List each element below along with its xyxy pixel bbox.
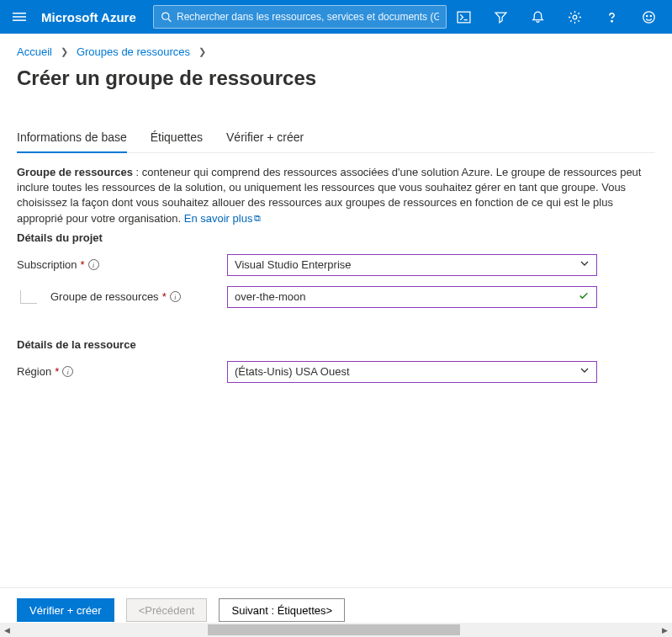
resource-group-value: over-the-moon xyxy=(235,290,306,303)
svg-point-3 xyxy=(161,13,168,19)
resource-group-label: Groupe de ressources xyxy=(50,290,159,303)
directory-filter-icon[interactable] xyxy=(484,0,517,34)
info-icon[interactable]: i xyxy=(170,291,181,302)
breadcrumb-resource-groups[interactable]: Groupes de ressources xyxy=(77,45,190,58)
subscription-select[interactable]: Visual Studio Enterprise xyxy=(227,254,597,276)
tab-tags[interactable]: Étiquettes xyxy=(151,124,203,152)
section-project-details: Détails du projet xyxy=(17,231,655,244)
tree-connector-icon xyxy=(20,290,37,304)
required-asterisk: * xyxy=(162,290,167,303)
svg-rect-1 xyxy=(13,16,26,18)
notifications-icon[interactable] xyxy=(521,0,554,34)
help-icon[interactable] xyxy=(595,0,628,34)
svg-rect-0 xyxy=(13,13,26,14)
svg-line-4 xyxy=(168,19,171,21)
description-bold: Groupe de ressources xyxy=(17,166,133,178)
learn-more-link[interactable]: En savoir plus⧉ xyxy=(184,212,262,225)
external-link-icon: ⧉ xyxy=(254,213,261,223)
validation-check-icon xyxy=(578,289,590,304)
section-resource-details: Détails de la ressource xyxy=(17,338,655,351)
subscription-value: Visual Studio Enterprise xyxy=(235,258,352,271)
top-header: Microsoft Azure xyxy=(0,0,672,34)
scrollbar-thumb[interactable] xyxy=(208,624,460,635)
svg-point-10 xyxy=(650,15,651,16)
search-input[interactable] xyxy=(177,11,439,23)
search-icon xyxy=(161,11,172,23)
page-title: Créer un groupe de ressources xyxy=(17,66,655,90)
info-icon[interactable]: i xyxy=(88,259,99,270)
hamburger-menu-icon[interactable] xyxy=(7,3,33,30)
svg-point-9 xyxy=(646,15,647,16)
resource-group-field-row: Groupe de ressources * i over-the-moon xyxy=(17,286,655,308)
scrollbar-track[interactable] xyxy=(14,623,658,637)
svg-point-8 xyxy=(643,11,653,22)
footer-actions: Vérifier + créer < Précédent Suivant : É… xyxy=(0,587,672,622)
region-value: (États-Unis) USA Ouest xyxy=(235,365,350,378)
chevron-down-icon xyxy=(579,258,590,271)
settings-gear-icon[interactable] xyxy=(558,0,591,34)
header-actions xyxy=(447,0,665,34)
region-label: Région * i xyxy=(17,365,227,378)
svg-rect-5 xyxy=(458,12,470,23)
previous-button[interactable]: < Précédent xyxy=(126,598,208,622)
required-asterisk: * xyxy=(81,258,85,271)
region-field-row: Région * i (États-Unis) USA Ouest xyxy=(17,361,655,383)
chevron-right-icon: ❯ xyxy=(61,46,68,57)
tab-basics[interactable]: Informations de base xyxy=(17,124,127,152)
tab-review[interactable]: Vérifier + créer xyxy=(226,124,304,152)
cloud-shell-icon[interactable] xyxy=(447,0,480,34)
chevron-down-icon xyxy=(579,365,590,378)
required-asterisk: * xyxy=(55,365,59,378)
resource-group-input[interactable]: over-the-moon xyxy=(227,286,597,308)
breadcrumb: Accueil ❯ Groupes de ressources ❯ xyxy=(17,45,655,58)
chevron-right-icon: ❯ xyxy=(198,46,206,57)
info-icon[interactable]: i xyxy=(62,366,73,377)
description-text: Groupe de ressources : conteneur qui com… xyxy=(17,165,655,226)
horizontal-scrollbar[interactable]: ◀ ▶ xyxy=(0,623,672,637)
brand-label: Microsoft Azure xyxy=(41,10,136,24)
svg-point-6 xyxy=(573,15,577,19)
breadcrumb-home[interactable]: Accueil xyxy=(17,45,52,58)
subscription-field-row: Subscription * i Visual Studio Enterpris… xyxy=(17,254,655,276)
review-create-button[interactable]: Vérifier + créer xyxy=(17,598,114,622)
scroll-right-arrow-icon[interactable]: ▶ xyxy=(658,623,672,637)
tabs: Informations de base Étiquettes Vérifier… xyxy=(17,124,655,153)
subscription-label: Subscription * i xyxy=(17,258,227,271)
search-box[interactable] xyxy=(153,5,447,29)
feedback-smile-icon[interactable] xyxy=(632,0,665,34)
next-button[interactable]: Suivant : Étiquettes > xyxy=(219,598,345,622)
scroll-left-arrow-icon[interactable]: ◀ xyxy=(0,623,14,637)
svg-rect-2 xyxy=(13,19,26,21)
region-select[interactable]: (États-Unis) USA Ouest xyxy=(227,361,597,383)
main-content: Accueil ❯ Groupes de ressources ❯ Créer … xyxy=(0,34,672,383)
svg-point-7 xyxy=(611,20,611,21)
